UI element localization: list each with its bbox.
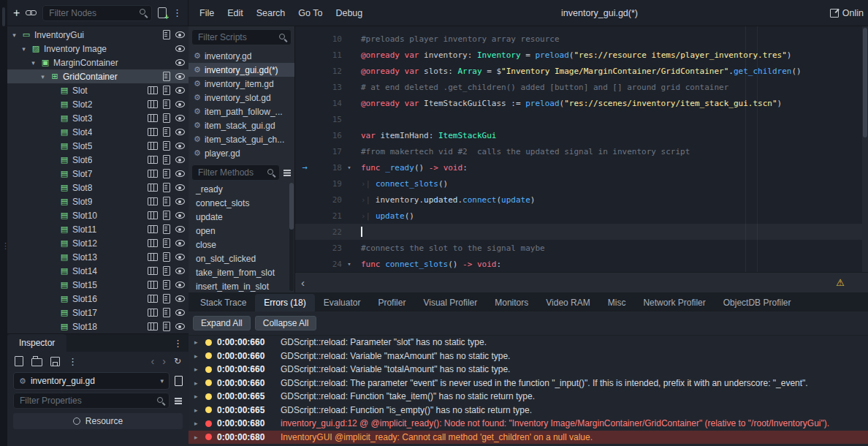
tree-row-slot17[interactable]: ▤Slot17 — [7, 306, 189, 320]
sort-properties-icon[interactable] — [175, 397, 183, 404]
script-icon[interactable] — [163, 238, 170, 248]
fold-arrow-icon[interactable]: ▾ — [342, 260, 357, 268]
menu-search[interactable]: Search — [250, 8, 292, 18]
script-icon[interactable] — [163, 127, 170, 137]
script-icon[interactable] — [163, 155, 170, 165]
film-icon[interactable] — [148, 253, 158, 261]
tree-row-slot16[interactable]: ▤Slot16 — [7, 292, 189, 306]
film-icon[interactable] — [148, 142, 158, 150]
dock-handle[interactable] — [2, 7, 5, 26]
tab-monitors[interactable]: Monitors — [486, 294, 537, 311]
film-icon[interactable] — [148, 86, 158, 94]
expand-arrow-icon[interactable]: ▸ — [194, 393, 200, 400]
tree-row-slot13[interactable]: ▤Slot13 — [7, 250, 189, 264]
film-icon[interactable] — [148, 322, 158, 330]
add-node-icon[interactable]: + — [13, 7, 20, 19]
methods-scrollbar-thumb[interactable] — [289, 183, 294, 230]
resource-section-header[interactable]: Resource — [13, 413, 183, 429]
tree-row-slot10[interactable]: ▤Slot10 — [7, 208, 189, 222]
tree-row-slot2[interactable]: ▤Slot2 — [7, 97, 189, 111]
tab-profiler[interactable]: Profiler — [369, 294, 414, 311]
expand-arrow-icon[interactable]: ▸ — [194, 407, 200, 414]
code-line[interactable]: 13# at end deleted .get_children() added… — [295, 79, 868, 95]
film-icon[interactable] — [148, 281, 158, 289]
eye-icon[interactable] — [175, 240, 185, 246]
code-editor[interactable]: 10#preloads player inventory array resou… — [295, 26, 868, 272]
code-line[interactable]: 24▾func connect_slots() -> void: — [295, 256, 868, 272]
eye-icon[interactable] — [175, 170, 185, 177]
tab-stack-trace[interactable]: Stack Trace — [191, 294, 255, 311]
eye-icon[interactable] — [175, 226, 185, 233]
eye-icon[interactable] — [175, 184, 185, 191]
script-icon[interactable] — [163, 197, 170, 206]
film-icon[interactable] — [148, 239, 158, 247]
filter-properties-input[interactable] — [14, 396, 169, 406]
resource-options-kebab-icon[interactable]: ⋮ — [68, 357, 77, 366]
tab-evaluator[interactable]: Evaluator — [315, 294, 370, 311]
eye-icon[interactable] — [175, 87, 185, 94]
tree-row-slot14[interactable]: ▤Slot14 — [7, 264, 189, 278]
film-icon[interactable] — [148, 267, 158, 275]
film-icon[interactable] — [148, 184, 158, 192]
expand-arrow-icon[interactable]: ▾ — [10, 31, 18, 39]
editor-scrollbar-thumb[interactable] — [863, 28, 867, 137]
eye-icon[interactable] — [175, 268, 185, 274]
eye-icon[interactable] — [175, 323, 185, 330]
code-line[interactable]: 22 — [295, 224, 868, 240]
scroll-left-icon[interactable]: ‹ — [295, 277, 305, 288]
tree-row-slot18[interactable]: ▤Slot18 — [7, 320, 189, 333]
code-line[interactable]: 16var itemInHand: ItemStackGui — [295, 127, 868, 143]
script-icon[interactable] — [163, 183, 170, 192]
expand-arrow-icon[interactable]: ▸ — [194, 352, 200, 360]
script-icon[interactable] — [163, 308, 170, 317]
error-row[interactable]: ▸0:00:00:660GDScript::reload: The parame… — [189, 377, 868, 390]
error-row[interactable]: ▸0:00:00:660GDScript::reload: Parameter … — [189, 336, 868, 349]
eye-icon[interactable] — [175, 295, 185, 302]
expand-arrow-icon[interactable]: ▸ — [194, 366, 200, 373]
collapse-all-button[interactable]: Collapse All — [255, 316, 317, 330]
eye-icon[interactable] — [175, 129, 185, 135]
methods-scrollbar[interactable] — [289, 183, 294, 291]
script-icon[interactable] — [163, 72, 170, 81]
script-item-inventory-gui-gd[interactable]: ⚙inventory_gui.gd(*) — [189, 63, 294, 77]
tab-errors-18[interactable]: Errors (18) — [255, 294, 314, 311]
code-line[interactable]: 17#from makertech vid #2 calls the updat… — [295, 143, 868, 159]
eye-icon[interactable] — [175, 101, 185, 107]
online-docs-button[interactable]: Onlin — [830, 8, 864, 18]
menu-debug[interactable]: Debug — [329, 8, 369, 18]
tree-row-slot4[interactable]: ▤Slot4 — [7, 125, 189, 139]
script-icon[interactable] — [163, 30, 170, 39]
save-resource-icon[interactable] — [50, 357, 60, 366]
script-icon[interactable] — [163, 266, 170, 276]
code-line[interactable]: →18▾func _ready() -> void: — [295, 159, 868, 175]
method-item-insert-item-in-slot[interactable]: insert_item_in_slot — [189, 280, 294, 292]
script-item-inventory-gd[interactable]: ⚙inventory.gd — [189, 49, 294, 63]
tree-row-slot11[interactable]: ▤Slot11 — [7, 222, 189, 236]
history-forward-icon[interactable]: › — [162, 356, 166, 366]
tree-row-slot7[interactable]: ▤Slot7 — [7, 167, 189, 181]
code-line[interactable]: 21›| update() — [295, 208, 868, 224]
method-item-update[interactable]: update — [189, 211, 294, 224]
tree-row-slot12[interactable]: ▤Slot12 — [7, 236, 189, 250]
eye-icon[interactable] — [175, 156, 185, 163]
expand-arrow-icon[interactable]: ▸ — [194, 420, 200, 427]
expand-arrow-icon[interactable]: ▾ — [20, 45, 28, 53]
film-icon[interactable] — [148, 170, 158, 178]
error-row[interactable]: ▸0:00:00:660GDScript::reload: Variable "… — [189, 363, 868, 377]
eye-icon[interactable] — [175, 115, 185, 121]
script-icon[interactable] — [163, 113, 170, 123]
code-line[interactable]: 15 — [295, 111, 868, 127]
sort-methods-icon[interactable] — [283, 169, 292, 176]
film-icon[interactable] — [148, 225, 158, 233]
tree-row-slot6[interactable]: ▤Slot6 — [7, 153, 189, 167]
error-row[interactable]: ▸0:00:00:665GDScript::reload: Function "… — [189, 390, 868, 404]
tab-visual-profiler[interactable]: Visual Profiler — [414, 294, 486, 311]
script-icon[interactable] — [163, 252, 170, 262]
tree-row-slot[interactable]: ▤Slot — [7, 83, 189, 97]
method-item-open[interactable]: open — [189, 224, 294, 238]
history-back-icon[interactable]: ‹ — [151, 356, 155, 366]
code-line[interactable]: 12@onready var slots: Array = $"Inventor… — [295, 63, 868, 79]
script-icon[interactable] — [163, 294, 170, 303]
film-icon[interactable] — [148, 211, 158, 219]
menu-go-to[interactable]: Go To — [292, 8, 329, 18]
